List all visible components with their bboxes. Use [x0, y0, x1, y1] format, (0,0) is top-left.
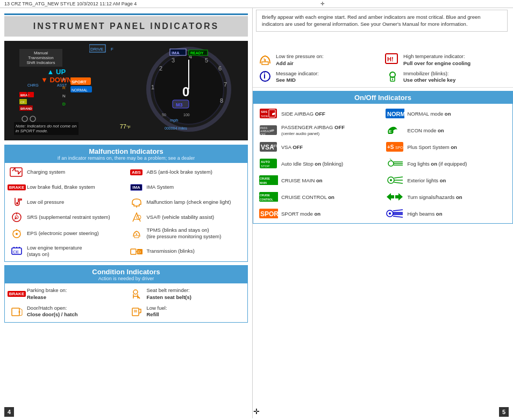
- on-off-section: On/Off Indicators SRS SIDE: [253, 91, 513, 224]
- indicator-transmission: D Transmission (blinks): [127, 243, 246, 260]
- high-temp-text: High temperature indicator:Pull over for…: [403, 53, 471, 67]
- immobilizer-text: Immobilizer (blinks):Use other vehicle k…: [403, 70, 455, 84]
- condition-subtitle: Action is needed by driver: [9, 276, 243, 281]
- indicator-srs: SRS (supplemental restraint system): [7, 210, 126, 224]
- svg-text:!: !: [136, 232, 136, 235]
- on-off-title: On/Off Indicators: [258, 94, 508, 102]
- cond-parking-brake: BRAKE Parking brake on:Release: [7, 286, 126, 302]
- svg-text:M3: M3: [176, 102, 183, 108]
- svg-point-40: [22, 116, 27, 122]
- auto-idle-icon: AUTO STOP: [259, 158, 278, 169]
- title-section: INSTRUMENT PANEL INDICATORS: [4, 16, 248, 37]
- malfunction-lamp-text: Malfunction lamp (check engine light): [147, 199, 231, 205]
- svg-text:SPORT: SPORT: [72, 80, 87, 84]
- info-box: Briefly appear with each engine start. R…: [256, 10, 508, 32]
- svg-text:i: i: [263, 72, 266, 80]
- svg-line-124: [394, 182, 403, 183]
- svg-text:OFF: OFF: [271, 144, 277, 148]
- svg-text:3: 3: [172, 57, 175, 63]
- svg-text:NORMAL: NORMAL: [72, 88, 88, 92]
- parking-brake-text: Parking brake on:Release: [27, 287, 67, 301]
- page-title: INSTRUMENT PANEL INDICATORS: [15, 22, 237, 31]
- tpms-icon: !: [129, 228, 144, 239]
- on-off-vsa: VSA OFF VSA OFF: [258, 139, 382, 154]
- parking-brake-icon: BRAKE: [9, 289, 24, 300]
- plus-sport-icon: +S SPORT: [385, 141, 404, 153]
- side-airbag-icon: SRS SIDE: [259, 108, 278, 119]
- svg-rect-77: [12, 308, 19, 316]
- fog-lights-icon: [385, 158, 404, 169]
- svg-rect-82: [262, 62, 268, 65]
- svg-text:SPORT: SPORT: [260, 210, 278, 218]
- svg-text:CRUISE: CRUISE: [260, 194, 270, 197]
- svg-marker-129: [395, 193, 403, 201]
- svg-point-76: [133, 290, 138, 294]
- cruise-control-text: CRUISE CONTROL on: [281, 194, 334, 200]
- svg-text:2: 2: [159, 65, 162, 72]
- cond-seatbelt: Seat belt reminder:Fasten seat belt(s): [127, 286, 246, 302]
- oil-icon: [9, 197, 24, 208]
- cond-fuel: Low fuel:Refill: [127, 303, 246, 320]
- on-off-normal-mode: NORMAL NORMAL mode on: [384, 106, 509, 121]
- svg-text:OFF: OFF: [260, 133, 266, 136]
- seatbelt-icon: [129, 289, 144, 300]
- indicator-vsa: VSA® (vehicle stability assist): [127, 210, 246, 224]
- on-off-econ-mode: E ECON mode on: [384, 123, 509, 138]
- svg-text:ASST: ASST: [57, 83, 67, 87]
- svg-rect-80: [134, 310, 137, 312]
- svg-text:H!: H!: [387, 56, 394, 62]
- on-off-header: On/Off Indicators: [253, 91, 512, 104]
- svg-text:mph: mph: [170, 118, 179, 123]
- svg-text:READY: READY: [190, 51, 204, 55]
- svg-text:F: F: [111, 47, 113, 52]
- on-off-grid: SRS SIDE SIDE AIRBAG OFF: [253, 104, 512, 223]
- svg-text:8: 8: [220, 97, 223, 104]
- on-off-fog-lights: Fog lights on (if equipped): [384, 156, 509, 171]
- svg-text:CHRG: CHRG: [27, 83, 39, 87]
- engine-temp-icon: CE: [9, 246, 24, 257]
- econ-mode-text: ECON mode on: [408, 127, 444, 133]
- svg-text:+S: +S: [387, 144, 394, 150]
- right-ind-tire-pressure: ! Low tire pressure on:Add air: [257, 53, 381, 67]
- svg-point-81: [139, 312, 140, 314]
- svg-point-78: [19, 311, 20, 313]
- econ-mode-icon: E: [385, 124, 404, 136]
- on-off-turn-signals: Turn signals/hazards on: [384, 189, 509, 204]
- svg-point-51: [16, 202, 18, 204]
- svg-text:STOP: STOP: [261, 165, 269, 168]
- svg-rect-72: [131, 249, 136, 254]
- condition-section: Condition Indicators Action is needed by…: [4, 265, 248, 322]
- indicator-engine-temp: CE Low engine temperature(stays on): [7, 243, 126, 260]
- svg-text:MAIN: MAIN: [260, 181, 267, 184]
- message-icon: i: [257, 70, 273, 82]
- brake-icon: BRAKE: [9, 182, 24, 193]
- high-beams-text: High beams on: [408, 211, 443, 217]
- svg-line-62: [13, 231, 14, 232]
- info-box-text: Briefly appear with each engine start. R…: [262, 14, 481, 27]
- exterior-lights-icon: [385, 174, 404, 186]
- sport-note: Note: Indicators do not come on in SPORT…: [14, 122, 79, 135]
- svg-text:000004 miles: 000004 miles: [165, 126, 187, 130]
- vsa-off-icon: VSA OFF: [259, 141, 278, 153]
- cruise-main-text: CRUISE MAIN on: [281, 177, 323, 183]
- turn-signals-text: Turn signals/hazards on: [408, 194, 462, 200]
- ima-text: IMA System: [147, 184, 174, 190]
- svg-text:IMA: IMA: [172, 51, 180, 55]
- svg-line-138: [393, 216, 403, 217]
- vsa-off-text: VSA OFF: [281, 144, 303, 150]
- condition-header: Condition Indicators Action is needed by…: [5, 266, 247, 283]
- indicator-brake: BRAKE Low brake fluid, Brake system: [7, 180, 126, 194]
- svg-point-133: [389, 212, 391, 215]
- svg-text:50: 50: [162, 113, 166, 117]
- page-number-left: 4: [4, 407, 14, 417]
- vsa-malfunction-text: VSA® (vehicle stability assist): [147, 214, 215, 220]
- svg-text:BRAND: BRAND: [20, 107, 32, 110]
- svg-text:E: E: [389, 129, 392, 134]
- svg-text:DRIVE: DRIVE: [90, 47, 103, 52]
- on-off-plus-sport: +S SPORT Plus Sport System on: [384, 139, 509, 154]
- right-ind-message: i Message indicator:See MID: [257, 70, 381, 84]
- left-panel: INSTRUMENT PANEL INDICATORS 2 1 3 4 5: [0, 8, 253, 418]
- svg-point-60: [16, 233, 18, 235]
- eps-text: EPS (electronic power steering): [27, 230, 99, 237]
- high-temp-icon: H!: [384, 53, 401, 65]
